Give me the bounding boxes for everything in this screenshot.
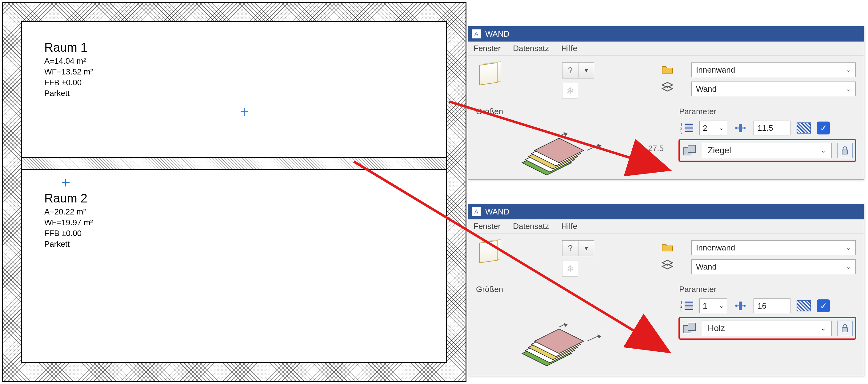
- catalog-picker[interactable]: ? ▾: [562, 240, 657, 256]
- snowflake-icon[interactable]: ❄: [562, 261, 578, 277]
- thickness-value: 11.5: [757, 123, 773, 133]
- menu-hilfe[interactable]: Hilfe: [561, 44, 577, 53]
- catalog-question-icon[interactable]: ?: [562, 62, 578, 78]
- layers-icon: [661, 80, 674, 94]
- folder-icon: [661, 62, 674, 76]
- wall-type-icon[interactable]: [476, 62, 559, 86]
- layer-count-value: 1: [703, 301, 707, 311]
- layer-count-icon: 1 2 3: [679, 300, 693, 312]
- category-value: Innenwand: [696, 243, 735, 253]
- chevron-down-icon: ⌄: [846, 66, 851, 73]
- section-row: Größen: [468, 277, 864, 364]
- lock-button[interactable]: [837, 143, 852, 158]
- chevron-down-icon: ⌄: [719, 302, 724, 309]
- room-2-label: Raum 2 A=20.22 m² WF=19.97 m² FFB ±0.00 …: [44, 191, 93, 250]
- building-interior: Raum 1 A=14.04 m² WF=13.52 m² FFB ±0.00 …: [21, 21, 447, 363]
- chevron-down-icon[interactable]: ▾: [578, 62, 594, 78]
- wall-layers-preview: [510, 314, 608, 366]
- titlebar[interactable]: A WAND: [468, 26, 864, 41]
- layer-value: Wand: [696, 84, 717, 94]
- reference-marker-room1: [241, 108, 248, 116]
- thickness-icon: [733, 300, 747, 312]
- layer-dropdown[interactable]: Wand ⌄: [691, 259, 856, 274]
- toolbar-row: ? ▾ ❄ Innenwand ⌄ Wand ⌄: [468, 56, 864, 99]
- groessen-label: Größen: [476, 285, 673, 294]
- svg-marker-26: [564, 323, 567, 326]
- thickness-value: 16: [757, 301, 767, 311]
- hatch-checkbox[interactable]: ✓: [817, 122, 830, 134]
- thickness-icon: [733, 122, 747, 134]
- svg-line-5: [587, 145, 599, 151]
- parameter-label: Parameter: [679, 107, 856, 116]
- parameter-label: Parameter: [679, 285, 856, 294]
- svg-marker-34: [744, 304, 746, 308]
- hatch-pattern-icon[interactable]: [797, 123, 811, 133]
- svg-marker-33: [735, 304, 737, 308]
- material-value: Ziegel: [708, 146, 731, 155]
- svg-rect-17: [842, 150, 848, 154]
- menu-hilfe[interactable]: Hilfe: [561, 222, 577, 231]
- inner-wall[interactable]: [22, 158, 446, 170]
- layer-count-dropdown[interactable]: 2 ⌄: [700, 121, 727, 135]
- menu-datensatz[interactable]: Datensatz: [513, 222, 549, 231]
- menu-fenster[interactable]: Fenster: [473, 222, 501, 231]
- app-icon: A: [472, 29, 481, 38]
- menubar: Fenster Datensatz Hilfe: [468, 41, 864, 56]
- svg-rect-12: [685, 123, 693, 132]
- app-icon: A: [472, 207, 481, 216]
- room-2-area: A=20.22 m²: [44, 206, 93, 217]
- svg-marker-25: [598, 335, 601, 338]
- reference-marker-room2: [62, 179, 69, 187]
- material-icon: [682, 144, 696, 157]
- wall-layers-preview: [510, 123, 608, 175]
- snowflake-icon[interactable]: ❄: [562, 83, 578, 99]
- layer-count-value: 2: [703, 123, 707, 133]
- menubar: Fenster Datensatz Hilfe: [468, 219, 864, 233]
- chevron-down-icon[interactable]: ▾: [578, 240, 594, 256]
- wall-type-icon[interactable]: [476, 240, 559, 264]
- room-1-area: A=14.04 m²: [44, 56, 93, 66]
- room-1-label: Raum 1 A=14.04 m² WF=13.52 m² FFB ±0.00 …: [44, 41, 93, 99]
- catalog-picker[interactable]: ? ▾: [562, 62, 657, 78]
- menu-fenster[interactable]: Fenster: [473, 44, 501, 53]
- category-dropdown[interactable]: Innenwand ⌄: [691, 240, 856, 255]
- room-1-title: Raum 1: [44, 41, 93, 55]
- layer-count-icon: 1 2 3: [679, 122, 693, 134]
- material-row: Ziegel ⌄: [679, 140, 856, 161]
- material-row: Holz ⌄: [679, 318, 856, 339]
- room-2-wf: WF=19.97 m²: [44, 217, 93, 228]
- thickness-input[interactable]: 16: [753, 298, 790, 313]
- layer-dropdown[interactable]: Wand ⌄: [691, 82, 856, 96]
- section-row: Größen: [468, 99, 864, 178]
- room-1-wf: WF=13.52 m²: [44, 66, 93, 77]
- category-dropdown[interactable]: Innenwand ⌄: [691, 62, 856, 77]
- room-2-floor: Parkett: [44, 239, 93, 250]
- thickness-input[interactable]: 11.5: [753, 121, 790, 135]
- room-1-ffb: FFB ±0.00: [44, 77, 93, 88]
- titlebar[interactable]: A WAND: [468, 204, 864, 219]
- room-1: Raum 1 A=14.04 m² WF=13.52 m² FFB ±0.00 …: [22, 22, 446, 158]
- svg-marker-8: [564, 133, 567, 136]
- category-value: Innenwand: [696, 65, 735, 75]
- menu-datensatz[interactable]: Datensatz: [513, 44, 549, 53]
- layer-count-dropdown[interactable]: 1 ⌄: [700, 298, 727, 313]
- hatch-pattern-icon[interactable]: [797, 300, 811, 311]
- layers-icon: [661, 258, 674, 272]
- hatch-checkbox[interactable]: ✓: [817, 299, 830, 312]
- catalog-question-icon[interactable]: ?: [562, 240, 578, 256]
- chevron-down-icon: ⌄: [846, 263, 851, 270]
- lock-button[interactable]: [837, 321, 852, 336]
- chevron-down-icon: ⌄: [820, 325, 826, 332]
- room-1-floor: Parkett: [44, 88, 93, 99]
- material-dropdown[interactable]: Holz ⌄: [702, 321, 832, 336]
- outer-wall-hatch: Raum 1 A=14.04 m² WF=13.52 m² FFB ±0.00 …: [2, 2, 466, 382]
- material-dropdown[interactable]: Ziegel ⌄: [702, 143, 832, 158]
- room-2: Raum 2 A=20.22 m² WF=19.97 m² FFB ±0.00 …: [22, 170, 446, 362]
- svg-rect-35: [842, 328, 848, 332]
- svg-rect-30: [685, 301, 693, 310]
- svg-text:3: 3: [680, 130, 682, 134]
- wall-properties-panel-1: A WAND Fenster Datensatz Hilfe ? ▾ ❄: [468, 26, 864, 180]
- wall-properties-panel-2: A WAND Fenster Datensatz Hilfe ? ▾ ❄: [468, 204, 864, 376]
- total-thickness-label: 27.5: [648, 144, 664, 153]
- chevron-down-icon: ⌄: [820, 147, 826, 154]
